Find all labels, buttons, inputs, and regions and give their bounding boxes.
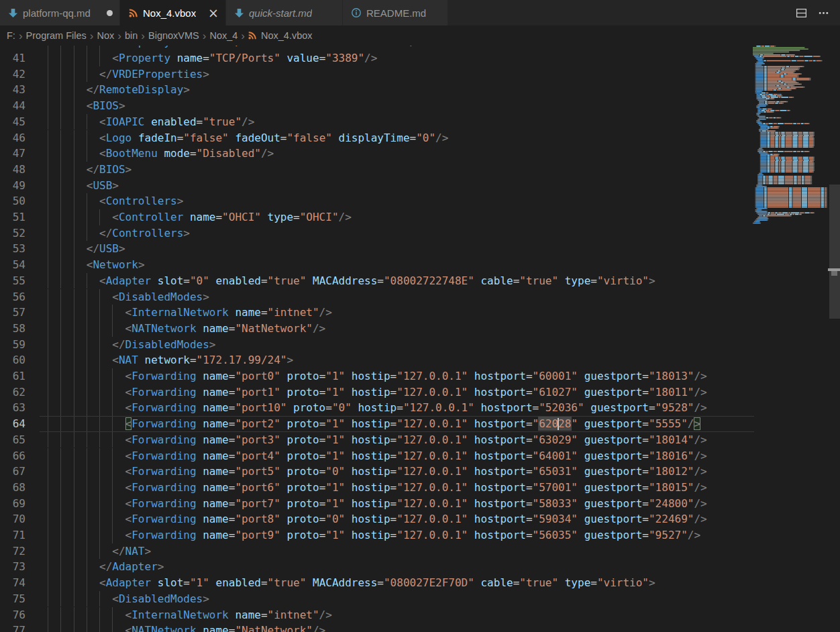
breadcrumb-item-2[interactable]: Nox	[96, 30, 115, 41]
code-line[interactable]: </DisabledModes>	[31, 337, 754, 353]
code-line[interactable]: <DisabledModes>	[31, 591, 754, 607]
code-line[interactable]: <Forwarding name="port5" proto="0" hosti…	[31, 464, 754, 480]
code-row-49[interactable]: 49 <USB>	[0, 178, 754, 194]
code-line[interactable]: </NAT>	[31, 543, 754, 560]
code-line[interactable]: <Adapter slot="1" enabled="true" MACAddr…	[31, 575, 754, 591]
code-row-74[interactable]: 74 <Adapter slot="1" enabled="true" MACA…	[0, 575, 754, 591]
code-row-75[interactable]: 75 <DisabledModes>	[0, 591, 754, 607]
indent-guide	[60, 559, 61, 575]
modified-dot-icon[interactable]	[107, 10, 113, 16]
code-line[interactable]: <BIOS>	[31, 98, 754, 114]
breadcrumb-item-0[interactable]: F:	[6, 30, 16, 41]
code-row-66[interactable]: 66 <Forwarding name="port4" proto="1" ho…	[0, 448, 754, 464]
code-row-44[interactable]: 44 <BIOS>	[0, 98, 754, 114]
code-row-43[interactable]: 43 </RemoteDisplay>	[0, 82, 754, 98]
breadcrumb-file[interactable]: Nox_4.vbox	[248, 30, 313, 41]
code-line[interactable]: <Logo fadeIn="false" fadeOut="false" dis…	[31, 130, 754, 146]
code-line[interactable]: <Forwarding name="port6" proto="1" hosti…	[31, 480, 754, 496]
code-row-45[interactable]: 45 <IOAPIC enabled="true"/>	[0, 114, 754, 130]
code-row-46[interactable]: 46 <Logo fadeIn="false" fadeOut="false" …	[0, 130, 754, 146]
code-row-40[interactable]: 40 <Property name="TCP/Address" value="1…	[0, 46, 754, 50]
code-row-63[interactable]: 63 <Forwarding name="port10" proto="0" h…	[0, 400, 754, 416]
breadcrumb-item-5[interactable]: Nox_4	[209, 30, 238, 41]
code-row-58[interactable]: 58 <NATNetwork name="NatNetwork"/>	[0, 321, 754, 337]
code-row-53[interactable]: 53 </USB>	[0, 241, 754, 257]
code-row-52[interactable]: 52 </Controllers>	[0, 225, 754, 242]
code-row-68[interactable]: 68 <Forwarding name="port6" proto="1" ho…	[0, 480, 754, 496]
code-row-76[interactable]: 76 <InternalNetwork name="intnet"/>	[0, 607, 754, 623]
code-line[interactable]: <NAT network="172.17.99/24">	[31, 352, 754, 368]
code-row-62[interactable]: 62 <Forwarding name="port1" proto="1" ho…	[0, 384, 754, 401]
indent-guide	[74, 178, 74, 194]
close-icon[interactable]: ×	[208, 7, 219, 19]
code-line[interactable]: <Forwarding name="port8" proto="0" hosti…	[31, 511, 754, 527]
minimap[interactable]	[753, 46, 828, 632]
code-line[interactable]: <Forwarding name="port7" proto="1" hosti…	[31, 496, 754, 512]
editor[interactable]: 40 <Property name="TCP/Address" value="1…	[0, 46, 840, 632]
code-line[interactable]: </Adapter>	[31, 559, 754, 575]
code-row-69[interactable]: 69 <Forwarding name="port7" proto="1" ho…	[0, 496, 754, 512]
code-row-71[interactable]: 71 <Forwarding name="port9" proto="1" ho…	[0, 527, 754, 543]
breadcrumb-item-3[interactable]: bin	[124, 30, 138, 41]
code-row-70[interactable]: 70 <Forwarding name="port8" proto="0" ho…	[0, 511, 754, 527]
code-line[interactable]: <Forwarding name="port1" proto="1" hosti…	[31, 384, 754, 401]
code-line[interactable]: <Forwarding name="port0" proto="1" hosti…	[31, 368, 754, 384]
code-row-77[interactable]: 77 <NATNetwork name="NatNetwork"/>	[0, 623, 754, 632]
code-line[interactable]: </Controllers>	[31, 225, 754, 242]
code-line[interactable]: <BootMenu mode="Disabled"/>	[31, 146, 754, 162]
scrollbar[interactable]	[828, 46, 840, 632]
code-line[interactable]: </USB>	[31, 241, 754, 257]
code-row-59[interactable]: 59 </DisabledModes>	[0, 337, 754, 353]
code-row-72[interactable]: 72 </NAT>	[0, 543, 754, 560]
code-row-64[interactable]: 64 <Forwarding name="port2" proto="1" ho…	[0, 416, 754, 432]
code-row-56[interactable]: 56 <DisabledModes>	[0, 289, 754, 305]
breadcrumb-item-1[interactable]: Program Files	[25, 30, 87, 41]
code-line[interactable]: </VRDEProperties>	[31, 66, 754, 83]
code-row-47[interactable]: 47 <BootMenu mode="Disabled"/>	[0, 146, 754, 162]
code-row-57[interactable]: 57 <InternalNetwork name="intnet"/>	[0, 305, 754, 321]
code-line[interactable]: <Property name="TCP/Address" value="127.…	[31, 46, 754, 50]
code-line[interactable]: <NATNetwork name="NatNetwork"/>	[31, 623, 754, 632]
tab-platform-qq.md[interactable]: platform-qq.md	[0, 0, 119, 25]
more-actions-button[interactable]	[818, 7, 829, 19]
code-line[interactable]: <Adapter slot="0" enabled="true" MACAddr…	[31, 273, 754, 289]
code-line[interactable]: <NATNetwork name="NatNetwork"/>	[31, 321, 754, 337]
code-row-41[interactable]: 41 <Property name="TCP/Ports" value="338…	[0, 50, 754, 66]
split-editor-button[interactable]	[796, 7, 807, 19]
code-line[interactable]: </RemoteDisplay>	[31, 82, 754, 98]
code-line[interactable]: <Forwarding name="port2" proto="1" hosti…	[31, 416, 754, 432]
code-line[interactable]: <USB>	[31, 178, 754, 194]
code-line[interactable]: <Forwarding name="port3" proto="1" hosti…	[31, 432, 754, 448]
code-row-73[interactable]: 73 </Adapter>	[0, 559, 754, 575]
code-row-51[interactable]: 51 <Controller name="OHCI" type="OHCI"/>	[0, 209, 754, 225]
code-line[interactable]: <InternalNetwork name="intnet"/>	[31, 305, 754, 321]
code-line[interactable]: <InternalNetwork name="intnet"/>	[31, 607, 754, 623]
code-line[interactable]: <Controllers>	[31, 193, 754, 209]
tab-label: README.md	[366, 7, 426, 19]
tab-Nox_4.vbox[interactable]: Nox_4.vbox×	[120, 0, 225, 25]
tab-quick-start.md[interactable]: quick-start.md	[226, 0, 342, 25]
code-line[interactable]: <Property name="TCP/Ports" value="3389"/…	[31, 50, 754, 66]
scrollbar-thumb[interactable]	[829, 185, 840, 319]
code-row-50[interactable]: 50 <Controllers>	[0, 193, 754, 209]
code-line[interactable]: <Network>	[31, 257, 754, 273]
code-line[interactable]: <Controller name="OHCI" type="OHCI"/>	[31, 209, 754, 225]
code-line[interactable]: <DisabledModes>	[31, 289, 754, 305]
code-line[interactable]: <IOAPIC enabled="true"/>	[31, 114, 754, 130]
code-line[interactable]: <Forwarding name="port4" proto="1" hosti…	[31, 448, 754, 464]
indent-guide	[112, 607, 113, 623]
code-line[interactable]: <Forwarding name="port10" proto="0" host…	[31, 400, 754, 416]
code-row-55[interactable]: 55 <Adapter slot="0" enabled="true" MACA…	[0, 273, 754, 289]
tab-README.md[interactable]: README.md	[343, 0, 448, 25]
code-row-67[interactable]: 67 <Forwarding name="port5" proto="0" ho…	[0, 464, 754, 480]
code-row-42[interactable]: 42 </VRDEProperties>	[0, 66, 754, 83]
code-line[interactable]: </BIOS>	[31, 162, 754, 178]
code-row-54[interactable]: 54 <Network>	[0, 257, 754, 273]
code-line[interactable]: <Forwarding name="port9" proto="1" hosti…	[31, 527, 754, 543]
breadcrumb-item-4[interactable]: BignoxVMS	[148, 30, 200, 41]
indent-guide	[48, 289, 48, 305]
code-row-65[interactable]: 65 <Forwarding name="port3" proto="1" ho…	[0, 432, 754, 448]
code-row-60[interactable]: 60 <NAT network="172.17.99/24">	[0, 352, 754, 368]
code-row-61[interactable]: 61 <Forwarding name="port0" proto="1" ho…	[0, 368, 754, 384]
code-row-48[interactable]: 48 </BIOS>	[0, 162, 754, 178]
